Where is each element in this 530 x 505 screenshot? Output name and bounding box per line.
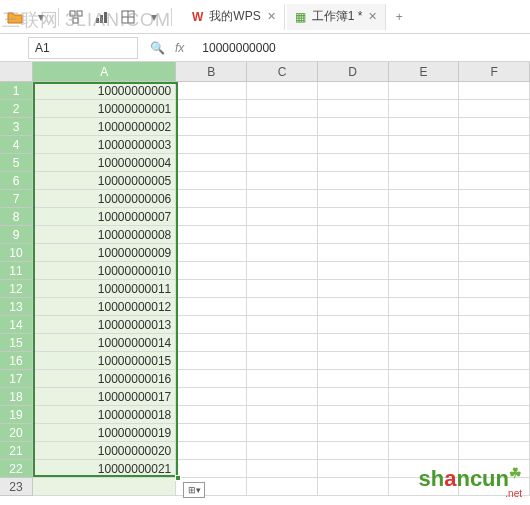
row-header-18[interactable]: 18 bbox=[0, 388, 32, 406]
cell-C14[interactable] bbox=[247, 316, 318, 334]
cell-A15[interactable]: 10000000014 bbox=[33, 334, 176, 352]
cell-A10[interactable]: 10000000009 bbox=[33, 244, 176, 262]
cell-B2[interactable] bbox=[176, 100, 247, 118]
cell-E16[interactable] bbox=[389, 352, 460, 370]
save-dropdown-icon[interactable]: ▾ bbox=[30, 6, 52, 28]
cell-B11[interactable] bbox=[176, 262, 247, 280]
tab-my-wps[interactable]: W 我的WPS ✕ bbox=[184, 4, 285, 30]
cell-E21[interactable] bbox=[389, 442, 460, 460]
cell-E1[interactable] bbox=[389, 82, 460, 100]
row-header-17[interactable]: 17 bbox=[0, 370, 32, 388]
cell-A22[interactable]: 10000000021 bbox=[33, 460, 176, 478]
cell-F9[interactable] bbox=[459, 226, 530, 244]
cell-B1[interactable] bbox=[176, 82, 247, 100]
cell-F8[interactable] bbox=[459, 208, 530, 226]
close-icon[interactable]: ✕ bbox=[368, 10, 377, 23]
cell-C8[interactable] bbox=[247, 208, 318, 226]
row-header-10[interactable]: 10 bbox=[0, 244, 32, 262]
cell-C12[interactable] bbox=[247, 280, 318, 298]
cell-C2[interactable] bbox=[247, 100, 318, 118]
row-header-13[interactable]: 13 bbox=[0, 298, 32, 316]
cell-E18[interactable] bbox=[389, 388, 460, 406]
row-header-7[interactable]: 7 bbox=[0, 190, 32, 208]
cell-B7[interactable] bbox=[176, 190, 247, 208]
cell-D3[interactable] bbox=[318, 118, 389, 136]
cell-D21[interactable] bbox=[318, 442, 389, 460]
cell-B22[interactable] bbox=[176, 460, 247, 478]
cell-A17[interactable]: 10000000016 bbox=[33, 370, 176, 388]
cell-D12[interactable] bbox=[318, 280, 389, 298]
row-header-9[interactable]: 9 bbox=[0, 226, 32, 244]
add-tab-button[interactable]: + bbox=[388, 6, 410, 28]
cell-B4[interactable] bbox=[176, 136, 247, 154]
cell-B21[interactable] bbox=[176, 442, 247, 460]
row-header-2[interactable]: 2 bbox=[0, 100, 32, 118]
cell-E15[interactable] bbox=[389, 334, 460, 352]
cell-F4[interactable] bbox=[459, 136, 530, 154]
tab-workbook-1[interactable]: ▦ 工作簿1 * ✕ bbox=[287, 4, 387, 30]
cell-B14[interactable] bbox=[176, 316, 247, 334]
cell-D1[interactable] bbox=[318, 82, 389, 100]
cell-B8[interactable] bbox=[176, 208, 247, 226]
search-icon[interactable]: 🔍 bbox=[150, 41, 165, 55]
cell-E4[interactable] bbox=[389, 136, 460, 154]
cell-A2[interactable]: 10000000001 bbox=[33, 100, 176, 118]
cell-C3[interactable] bbox=[247, 118, 318, 136]
row-header-19[interactable]: 19 bbox=[0, 406, 32, 424]
cell-F7[interactable] bbox=[459, 190, 530, 208]
cell-B17[interactable] bbox=[176, 370, 247, 388]
cell-B3[interactable] bbox=[176, 118, 247, 136]
cell-C20[interactable] bbox=[247, 424, 318, 442]
formula-value[interactable]: 10000000000 bbox=[192, 41, 530, 55]
cell-A3[interactable]: 10000000002 bbox=[33, 118, 176, 136]
cell-A12[interactable]: 10000000011 bbox=[33, 280, 176, 298]
row-header-20[interactable]: 20 bbox=[0, 424, 32, 442]
cell-F2[interactable] bbox=[459, 100, 530, 118]
cell-D18[interactable] bbox=[318, 388, 389, 406]
cell-B16[interactable] bbox=[176, 352, 247, 370]
cell-A8[interactable]: 10000000007 bbox=[33, 208, 176, 226]
cell-E12[interactable] bbox=[389, 280, 460, 298]
cell-C4[interactable] bbox=[247, 136, 318, 154]
cell-A16[interactable]: 10000000015 bbox=[33, 352, 176, 370]
col-header-A[interactable]: A bbox=[33, 62, 176, 81]
cell-A5[interactable]: 10000000004 bbox=[33, 154, 176, 172]
cell-F3[interactable] bbox=[459, 118, 530, 136]
cell-E10[interactable] bbox=[389, 244, 460, 262]
cell-A23[interactable] bbox=[33, 478, 176, 496]
cell-E2[interactable] bbox=[389, 100, 460, 118]
chart-icon[interactable] bbox=[91, 6, 113, 28]
cell-E9[interactable] bbox=[389, 226, 460, 244]
close-icon[interactable]: ✕ bbox=[267, 10, 276, 23]
cell-D10[interactable] bbox=[318, 244, 389, 262]
row-header-23[interactable]: 23 bbox=[0, 478, 32, 496]
cell-E3[interactable] bbox=[389, 118, 460, 136]
smartart-icon[interactable] bbox=[65, 6, 87, 28]
cell-B6[interactable] bbox=[176, 172, 247, 190]
row-header-3[interactable]: 3 bbox=[0, 118, 32, 136]
cell-B12[interactable] bbox=[176, 280, 247, 298]
autofill-options-button[interactable]: ⊞▾ bbox=[183, 482, 205, 498]
cell-E20[interactable] bbox=[389, 424, 460, 442]
cell-D14[interactable] bbox=[318, 316, 389, 334]
cell-B10[interactable] bbox=[176, 244, 247, 262]
open-folder-icon[interactable] bbox=[4, 6, 26, 28]
cell-D8[interactable] bbox=[318, 208, 389, 226]
cell-B9[interactable] bbox=[176, 226, 247, 244]
cell-B20[interactable] bbox=[176, 424, 247, 442]
cell-D9[interactable] bbox=[318, 226, 389, 244]
cell-C5[interactable] bbox=[247, 154, 318, 172]
cell-E13[interactable] bbox=[389, 298, 460, 316]
cell-F22[interactable] bbox=[459, 460, 530, 478]
cell-F10[interactable] bbox=[459, 244, 530, 262]
cell-D4[interactable] bbox=[318, 136, 389, 154]
cell-E7[interactable] bbox=[389, 190, 460, 208]
cell-F17[interactable] bbox=[459, 370, 530, 388]
cell-C18[interactable] bbox=[247, 388, 318, 406]
cell-B18[interactable] bbox=[176, 388, 247, 406]
cell-B19[interactable] bbox=[176, 406, 247, 424]
cell-E6[interactable] bbox=[389, 172, 460, 190]
cell-E19[interactable] bbox=[389, 406, 460, 424]
cell-F23[interactable] bbox=[459, 478, 530, 496]
row-header-15[interactable]: 15 bbox=[0, 334, 32, 352]
